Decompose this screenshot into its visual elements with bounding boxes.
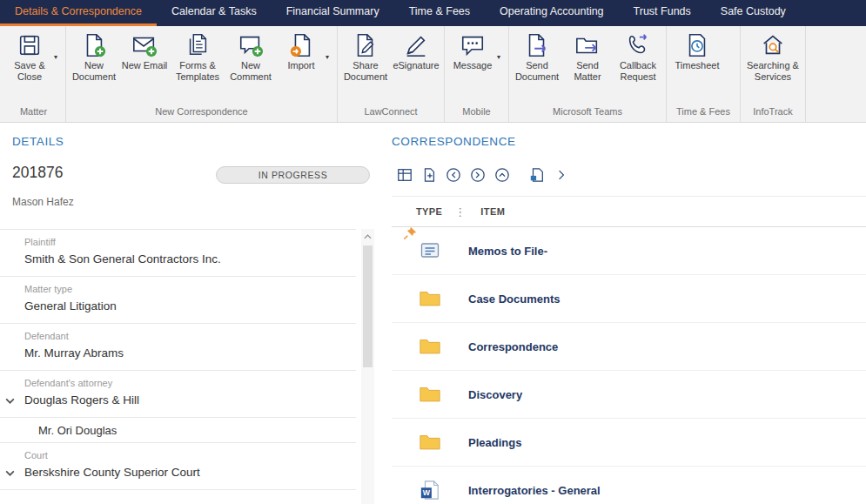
- table-row-interrogatories-general[interactable]: W Interrogatories - General: [392, 467, 866, 504]
- searching-services-button[interactable]: Searching & Services: [743, 29, 802, 83]
- new-comment-icon: [238, 32, 264, 58]
- expand-toolbar-icon[interactable]: [553, 166, 570, 184]
- navigate-back-icon[interactable]: [445, 166, 462, 184]
- memo-icon: [413, 240, 447, 261]
- table-row-case-documents[interactable]: Case Documents: [392, 275, 866, 323]
- field-plaintiff[interactable]: Plaintiff Smith & Son General Contractor…: [0, 230, 356, 277]
- new-document-button[interactable]: New Document: [69, 29, 119, 83]
- column-header-item[interactable]: ITEM: [480, 206, 505, 217]
- row-item-label: Discovery: [468, 388, 522, 401]
- tab-details-correspondence[interactable]: Details & Correspondence: [0, 0, 157, 26]
- chevron-down-icon[interactable]: [4, 394, 16, 406]
- status-badge: IN PROGRESS: [216, 166, 370, 184]
- row-item-label: Correspondence: [468, 340, 558, 353]
- ribbon-group-matter: Save & Close ▾ Matter: [2, 26, 66, 122]
- scroll-up-arrow[interactable]: [361, 229, 374, 244]
- message-dropdown-arrow[interactable]: ▾: [497, 53, 506, 61]
- new-email-label: New Email: [122, 60, 168, 71]
- field-value: Douglas Rogers & Hill: [24, 393, 356, 407]
- ribbon-group-time-fees: Timesheet Time & Fees: [667, 26, 741, 122]
- scrollbar-thumb[interactable]: [363, 245, 373, 367]
- add-document-icon[interactable]: [420, 166, 438, 184]
- navigate-forward-icon[interactable]: [469, 166, 487, 184]
- tab-calendar-tasks[interactable]: Calendar & Tasks: [157, 0, 272, 26]
- tab-trust-funds[interactable]: Trust Funds: [619, 0, 706, 26]
- column-menu-icon[interactable]: ⋮: [454, 205, 466, 218]
- message-icon: [460, 32, 486, 58]
- folder-icon: [413, 336, 447, 357]
- ribbon-group-new-correspondence: New Document New Email Forms & Templates…: [66, 26, 338, 122]
- field-value: Berskshire County Superior Court: [24, 466, 356, 479]
- move-up-icon[interactable]: [493, 166, 511, 184]
- send-matter-button[interactable]: Send Matter: [562, 29, 613, 83]
- folder-icon: [413, 432, 447, 453]
- send-document-label: Send Document: [514, 60, 561, 83]
- callback-request-label: Callback Request: [614, 60, 661, 83]
- forms-templates-button[interactable]: Forms & Templates: [170, 29, 225, 83]
- searching-services-icon: [760, 32, 786, 58]
- table-view-icon[interactable]: [396, 166, 413, 184]
- share-document-label: Share Document: [342, 60, 389, 83]
- details-scrollbar[interactable]: [361, 229, 374, 504]
- field-attorney-contact[interactable]: Mr. Ori Douglas: [0, 418, 356, 443]
- pin-icon: [402, 227, 418, 241]
- import-dropdown-arrow[interactable]: ▾: [326, 53, 334, 61]
- esignature-button[interactable]: eSignature: [391, 29, 441, 71]
- save-close-button[interactable]: Save & Close: [4, 29, 55, 83]
- new-comment-label: New Comment: [227, 60, 274, 83]
- main-content: DETAILS 201876 IN PROGRESS Mason Hafez P…: [0, 123, 866, 504]
- details-panel: DETAILS 201876 IN PROGRESS Mason Hafez P…: [0, 123, 380, 504]
- ribbon-group-lawconnect: Share Document eSignature LawConnect: [338, 26, 445, 122]
- new-comment-button[interactable]: New Comment: [225, 29, 276, 83]
- ribbon-group-label-new-correspondence: New Correspondence: [69, 104, 334, 121]
- correspondence-toolbar: [396, 166, 570, 184]
- correspondence-heading: CORRESPONDENCE: [392, 135, 516, 148]
- new-email-button[interactable]: New Email: [119, 29, 170, 71]
- tab-financial-summary[interactable]: Financial Summary: [272, 0, 394, 26]
- ribbon-group-label-infotrack: InfoTrack: [743, 104, 802, 121]
- row-item-label: Case Documents: [468, 292, 560, 306]
- message-button[interactable]: Message: [447, 29, 498, 71]
- share-document-icon: [352, 32, 379, 58]
- table-row-discovery[interactable]: Discovery: [392, 371, 866, 419]
- send-matter-label: Send Matter: [564, 60, 611, 83]
- timesheet-button[interactable]: Timesheet: [669, 29, 725, 71]
- save-close-dropdown-arrow[interactable]: ▾: [54, 53, 63, 61]
- table-row-pleadings[interactable]: Pleadings: [392, 419, 866, 467]
- ribbon-toolbar: Save & Close ▾ Matter New Document New E…: [0, 26, 866, 123]
- tab-operating-accounting[interactable]: Operating Accounting: [485, 0, 619, 26]
- ribbon-group-infotrack: Searching & Services InfoTrack: [741, 26, 806, 122]
- field-defendant[interactable]: Defendant Mr. Murray Abrams: [0, 324, 356, 371]
- column-header-type[interactable]: TYPE: [416, 206, 442, 217]
- import-label: Import: [287, 60, 314, 71]
- esignature-icon: [403, 32, 429, 58]
- field-value: Mr. Murray Abrams: [24, 346, 356, 360]
- send-document-icon: [524, 32, 550, 58]
- table-row-memos-to-file[interactable]: Memos to File-: [392, 227, 866, 275]
- tab-time-fees[interactable]: Time & Fees: [394, 0, 485, 26]
- callback-request-button[interactable]: Callback Request: [613, 29, 663, 83]
- row-item-label: Interrogatories - General: [468, 484, 601, 497]
- callback-request-icon: [625, 32, 651, 58]
- tab-safe-custody[interactable]: Safe Custody: [706, 0, 801, 26]
- field-label: Court: [24, 450, 356, 460]
- field-matter-type[interactable]: Matter type General Litigation: [0, 277, 356, 324]
- correspondence-table-header: TYPE ⋮ ITEM: [392, 196, 866, 227]
- forms-templates-icon: [185, 32, 211, 58]
- folder-icon: [413, 384, 447, 405]
- ribbon-group-label-time-fees: Time & Fees: [669, 104, 737, 121]
- searching-services-label: Searching & Services: [745, 60, 801, 83]
- ribbon-group-label-mobile: Mobile: [447, 104, 506, 121]
- share-document-button[interactable]: Share Document: [340, 29, 391, 83]
- correspondence-panel: CORRESPONDENCE TYPE ⋮ ITEM Memos t: [392, 123, 866, 504]
- field-label: Defendant's attorney: [24, 378, 356, 388]
- send-document-button[interactable]: Send Document: [512, 29, 562, 83]
- import-button[interactable]: Import: [276, 29, 326, 71]
- export-document-icon[interactable]: [528, 166, 546, 184]
- field-court[interactable]: Court Berskshire County Superior Court: [0, 443, 356, 490]
- app-window: Details & Correspondence Calendar & Task…: [0, 0, 866, 504]
- new-document-label: New Document: [70, 60, 117, 83]
- table-row-correspondence[interactable]: Correspondence: [392, 323, 866, 371]
- field-defendants-attorney[interactable]: Defendant's attorney Douglas Rogers & Hi…: [0, 371, 356, 418]
- chevron-down-icon[interactable]: [4, 467, 16, 478]
